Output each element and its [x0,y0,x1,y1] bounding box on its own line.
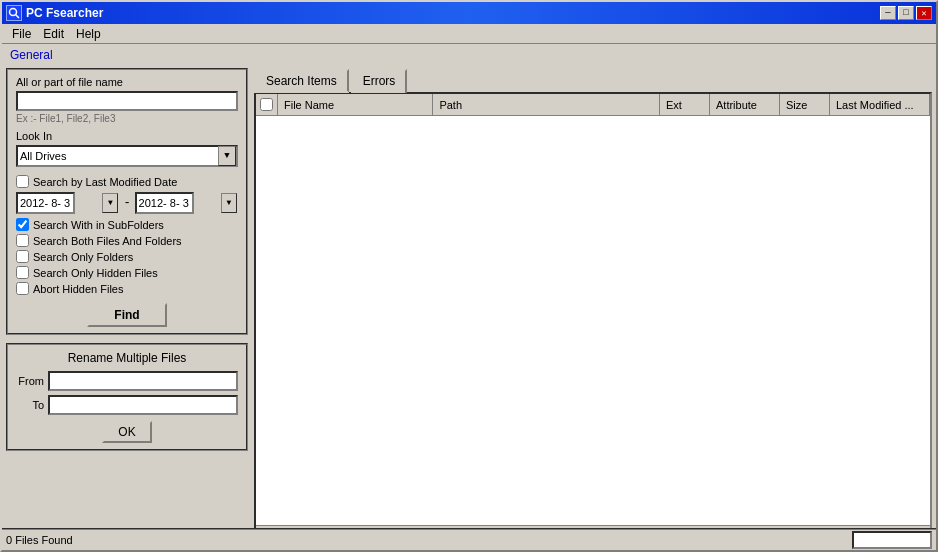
rename-to-row: To [16,395,238,415]
date-checkbox-label: Search by Last Modified Date [33,176,177,188]
title-bar-left: PC Fsearcher [6,5,103,21]
close-button[interactable]: ✕ [916,6,932,20]
abort-hidden-label: Abort Hidden Files [33,283,124,295]
cb1-row: Search With in SubFolders [16,218,238,231]
results-body [256,116,930,525]
col-header-modified[interactable]: Last Modified ... [830,94,930,115]
subfolders-label: Search With in SubFolders [33,219,164,231]
right-panel: Search Items Errors File Name Path Ext A… [254,68,932,548]
filename-hint: Ex :- File1, File2, File3 [16,113,238,124]
svg-line-1 [16,15,20,19]
search-results-container: File Name Path Ext Attribute Size Last M… [254,92,932,548]
col-header-path[interactable]: Path [433,94,660,115]
general-label: General [2,44,936,66]
main-window: PC Fsearcher — □ ✕ File Edit Help Genera… [0,0,938,552]
find-button[interactable]: Find [87,303,167,327]
col-header-size[interactable]: Size [780,94,830,115]
both-files-folders-label: Search Both Files And Folders [33,235,182,247]
only-hidden-label: Search Only Hidden Files [33,267,158,279]
content-area: All or part of file name Ex :- File1, Fi… [2,66,936,550]
date-dash: - [123,196,130,210]
date-from-wrapper: 2012- 8- 3 [16,192,119,214]
cb3-row: Search Only Folders [16,250,238,263]
filename-input[interactable] [16,91,238,111]
left-panel: All or part of file name Ex :- File1, Fi… [6,68,248,548]
minimize-button[interactable]: — [880,6,896,20]
maximize-button[interactable]: □ [898,6,914,20]
lookin-wrapper: All Drives C:\ D:\ E:\ [16,145,238,167]
tab-search-items[interactable]: Search Items [254,69,349,93]
search-group: All or part of file name Ex :- File1, Fi… [6,68,248,335]
header-checkbox-col [256,94,278,115]
rename-from-row: From [16,371,238,391]
title-bar: PC Fsearcher — □ ✕ [2,2,936,24]
only-folders-label: Search Only Folders [33,251,133,263]
results-header: File Name Path Ext Attribute Size Last M… [256,94,930,116]
title-bar-controls: — □ ✕ [880,6,932,20]
files-found-text: 0 Files Found [6,534,73,546]
tab-errors[interactable]: Errors [351,69,408,93]
date-to-select[interactable]: 2012- 8- 3 [135,192,194,214]
col-header-ext[interactable]: Ext [660,94,710,115]
svg-point-0 [10,9,17,16]
cb2-row: Search Both Files And Folders [16,234,238,247]
only-folders-checkbox[interactable] [16,250,29,263]
app-icon [6,5,22,21]
date-checkbox-row: Search by Last Modified Date [16,175,238,188]
rename-to-input[interactable] [48,395,238,415]
date-from-select[interactable]: 2012- 8- 3 [16,192,75,214]
rename-title: Rename Multiple Files [16,351,238,365]
lookin-dropdown[interactable]: All Drives C:\ D:\ E:\ [16,145,238,167]
cb5-row: Abort Hidden Files [16,282,238,295]
menu-edit[interactable]: Edit [37,25,70,43]
date-to-wrapper: 2012- 8- 3 [135,192,238,214]
menu-bar: File Edit Help [2,24,936,44]
col-header-filename[interactable]: File Name [278,94,433,115]
lookin-label: Look In [16,130,238,142]
both-files-folders-checkbox[interactable] [16,234,29,247]
from-label: From [16,375,44,387]
filename-label: All or part of file name [16,76,238,88]
abort-hidden-checkbox[interactable] [16,282,29,295]
menu-help[interactable]: Help [70,25,107,43]
checkboxes-container: Search With in SubFolders Search Both Fi… [16,218,238,295]
col-header-attribute[interactable]: Attribute [710,94,780,115]
window-title: PC Fsearcher [26,6,103,20]
date-range-row: 2012- 8- 3 - 2012- 8- 3 [16,192,238,214]
cb4-row: Search Only Hidden Files [16,266,238,279]
date-checkbox[interactable] [16,175,29,188]
status-right-box [852,531,932,549]
status-bar: 0 Files Found [2,528,936,550]
rename-group: Rename Multiple Files From To OK [6,343,248,451]
only-hidden-checkbox[interactable] [16,266,29,279]
tabs-bar: Search Items Errors [254,68,932,92]
to-label: To [16,399,44,411]
menu-file[interactable]: File [6,25,37,43]
subfolders-checkbox[interactable] [16,218,29,231]
select-all-checkbox[interactable] [260,98,273,111]
rename-from-input[interactable] [48,371,238,391]
ok-button[interactable]: OK [102,421,152,443]
